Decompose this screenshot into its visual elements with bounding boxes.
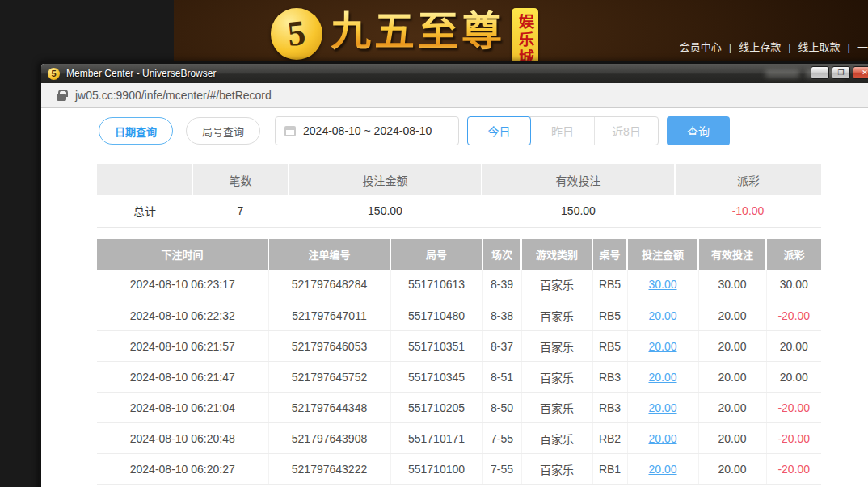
bet-record-page: 日期查询 局号查询 2024-08-10 ~ 2024-08-10 今日 昨日 … — [41, 116, 868, 487]
table-row: 2024-08-10 06:21:04521797644348551710205… — [97, 393, 821, 423]
bet-time-cell: 2024-08-10 06:20:48 — [97, 423, 268, 454]
bet-time-cell: 2024-08-10 06:21:04 — [97, 393, 268, 423]
bet-amount-cell: 20.00 — [627, 331, 698, 362]
summary-header-row: 笔数投注金额有效投注派彩 — [97, 164, 821, 195]
valid-bet-cell: 20.00 — [698, 454, 766, 485]
table-id-cell: RB5 — [592, 300, 627, 331]
table-row: 2024-08-10 06:20:48521797643908551710171… — [97, 423, 821, 454]
minimize-button[interactable]: — — [811, 66, 829, 79]
round-id-cell: 551710171 — [390, 423, 482, 454]
game-type-cell: 百家乐 — [521, 454, 592, 485]
game-type-cell: 百家乐 — [521, 331, 592, 362]
bet-time-cell: 2024-08-10 06:20:27 — [97, 454, 268, 485]
table-id-cell: RB3 — [592, 393, 627, 423]
payout-cell: -20.00 — [766, 423, 821, 454]
order-id-cell: 521797643222 — [268, 454, 390, 485]
payout-cell: -20.00 — [766, 454, 821, 485]
summary-valid-bet: 150.00 — [482, 195, 675, 227]
session-cell: 8-51 — [482, 362, 521, 393]
order-id-cell: 521797648284 — [268, 270, 390, 300]
order-id-cell: 521797647011 — [268, 300, 390, 331]
summary-table: 笔数投注金额有效投注派彩 总计 7 150.00 150.00 -10.00 — [97, 164, 821, 228]
bet-amount-link[interactable]: 20.00 — [648, 401, 676, 414]
today-button[interactable]: 今日 — [467, 116, 531, 145]
brand-title: 九五至尊 — [331, 10, 505, 54]
bet-amount-link[interactable]: 20.00 — [648, 432, 676, 445]
column-header — [97, 164, 192, 195]
table-id-cell: RB5 — [592, 331, 627, 362]
browser-favicon-icon: 5 — [48, 68, 60, 80]
bet-amount-link[interactable]: 20.00 — [648, 463, 676, 476]
maximize-button[interactable]: ❐ — [832, 66, 850, 79]
top-nav: 会员中心|线上存款|线上取款|一 — [680, 39, 868, 54]
payout-cell: 20.00 — [766, 362, 821, 393]
bet-time-cell: 2024-08-10 06:22:32 — [97, 300, 268, 331]
bet-time-cell: 2024-08-10 06:21:57 — [97, 331, 268, 362]
session-cell: 7-55 — [482, 423, 521, 454]
column-header: 有效投注 — [698, 239, 766, 270]
column-header: 场次 — [482, 239, 521, 270]
column-header: 笔数 — [192, 164, 289, 195]
round-id-cell: 551710205 — [390, 393, 482, 423]
close-button[interactable]: ✕ — [853, 66, 868, 79]
table-row: 2024-08-10 06:20:27521797643222551710100… — [97, 454, 821, 485]
bet-time-cell: 2024-08-10 06:21:47 — [97, 362, 268, 393]
bet-amount-link[interactable]: 20.00 — [648, 309, 676, 322]
valid-bet-cell: 30.00 — [698, 270, 766, 300]
nav-link[interactable]: 线上取款 — [798, 41, 841, 53]
session-cell: 8-37 — [482, 331, 521, 362]
date-query-tab[interactable]: 日期查询 — [99, 117, 173, 145]
column-header: 派彩 — [766, 239, 821, 270]
game-type-cell: 百家乐 — [521, 270, 592, 300]
summary-total-row: 总计 7 150.00 150.00 -10.00 — [97, 195, 821, 227]
search-button[interactable]: 查询 — [667, 116, 730, 145]
column-header: 有效投注 — [482, 164, 675, 195]
table-row: 2024-08-10 06:21:47521797645752551710345… — [97, 362, 821, 393]
bet-amount-link[interactable]: 20.00 — [648, 371, 676, 384]
column-header: 下注时间 — [97, 239, 268, 270]
bet-amount-link[interactable]: 20.00 — [648, 340, 676, 353]
titlebar[interactable]: 5 Member Center - UniverseBrowser — ❐ ✕ — [41, 64, 868, 83]
date-range-input[interactable]: 2024-08-10 ~ 2024-08-10 — [275, 116, 459, 145]
session-cell: 7-55 — [482, 454, 521, 485]
bet-amount-cell: 20.00 — [627, 423, 698, 454]
nav-separator: | — [848, 41, 850, 53]
payout-cell: 20.00 — [766, 331, 821, 362]
column-header: 派彩 — [675, 164, 821, 195]
window-controls: — ❐ ✕ — [811, 66, 868, 79]
nav-link[interactable]: 一 — [857, 41, 868, 53]
nav-link[interactable]: 线上存款 — [739, 41, 781, 53]
table-id-cell: RB5 — [592, 270, 627, 300]
summary-payout: -10.00 — [675, 195, 821, 227]
lock-icon — [57, 94, 66, 101]
browser-window: 5 Member Center - UniverseBrowser — ❐ ✕ … — [39, 61, 868, 487]
payout-cell: -20.00 — [766, 300, 821, 331]
table-id-cell: RB2 — [592, 423, 627, 454]
bet-time-cell: 2024-08-10 06:23:17 — [97, 270, 268, 300]
last8days-button[interactable]: 近8日 — [594, 117, 658, 145]
yesterday-button[interactable]: 昨日 — [530, 117, 594, 145]
round-query-tab[interactable]: 局号查询 — [186, 117, 260, 145]
column-header: 桌号 — [592, 239, 627, 270]
nav-link[interactable]: 会员中心 — [680, 41, 722, 53]
round-id-cell: 551710100 — [390, 454, 482, 485]
nav-separator: | — [788, 41, 790, 53]
bet-table-body: 2024-08-10 06:23:17521797648284551710613… — [97, 270, 821, 485]
bet-amount-link[interactable]: 30.00 — [648, 278, 676, 291]
session-cell: 8-39 — [482, 270, 521, 300]
valid-bet-cell: 20.00 — [698, 423, 766, 454]
order-id-cell: 521797644348 — [268, 393, 390, 423]
address-bar[interactable]: jw05.cc:9900/infe/mcenter/#/betRecord — [41, 83, 868, 108]
valid-bet-cell: 20.00 — [698, 393, 766, 423]
column-header: 投注金额 — [627, 239, 698, 270]
bet-amount-cell: 30.00 — [627, 270, 698, 300]
round-id-cell: 551710351 — [390, 331, 482, 362]
bet-amount-cell: 20.00 — [627, 454, 698, 485]
summary-bet-amount: 150.00 — [289, 195, 482, 227]
round-id-cell: 551710480 — [390, 300, 482, 331]
nav-separator: | — [729, 41, 731, 53]
session-cell: 8-50 — [482, 393, 521, 423]
filter-row: 日期查询 局号查询 2024-08-10 ~ 2024-08-10 今日 昨日 … — [99, 116, 821, 145]
round-id-cell: 551710613 — [390, 270, 482, 300]
payout-cell: -20.00 — [766, 393, 821, 423]
